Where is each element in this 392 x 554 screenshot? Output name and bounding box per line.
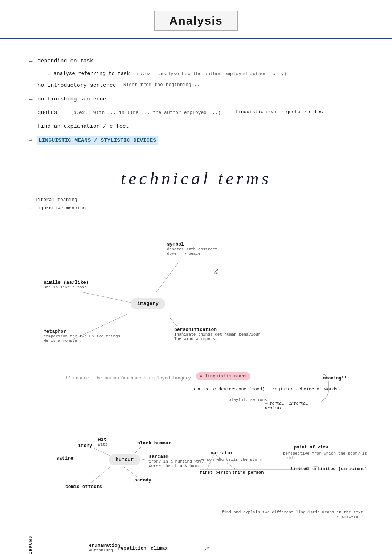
bullet-no-finish: → no finishing sentence — [29, 95, 370, 104]
arrow-icon: → — [29, 58, 33, 66]
black-humour-node: black humour — [137, 440, 171, 446]
comic-effects-node: comic effects — [65, 484, 102, 489]
title-box: Analysis — [154, 11, 238, 31]
formal-informal: → formal, informal, neutral — [265, 401, 310, 410]
svg-line-1 — [156, 263, 178, 292]
annotation-number: ↗ — [203, 545, 209, 553]
header-line-left — [22, 21, 147, 21]
imagery-mindmap: imagery simile (as/like) She is like a r… — [22, 220, 370, 423]
person-who-tells: person who tells the story — [200, 457, 262, 462]
humour-mindmap: humour irony wit Witz black humour satir… — [22, 430, 370, 503]
sub-bullet-analyse: ↳ analyse referring to task (p.ex.: anal… — [29, 71, 370, 77]
blue-divider — [0, 38, 392, 39]
arrow-icon-4: → — [29, 109, 33, 117]
arrow-icon-3: → — [29, 96, 33, 104]
irony-node: irony — [78, 443, 92, 448]
repetition-node: repetition — [118, 546, 146, 551]
others-mindmap: WIRKUNG find and explain two different l… — [22, 506, 370, 554]
tech-section: technical terms literal meaning figurati… — [0, 154, 392, 554]
climax-node: climax — [151, 546, 168, 551]
arrow-icon-5: → — [29, 123, 33, 131]
bullet-text-2: no introductory sentence — [38, 82, 116, 89]
third-person: third person — [232, 470, 264, 475]
literal-figurative-list: literal meaning figurative meaning — [22, 196, 370, 213]
header-line-right — [245, 21, 370, 21]
parody-node: parody — [134, 477, 151, 483]
svg-line-0 — [83, 292, 134, 303]
bullet-find: → find an explanation / effect — [29, 123, 370, 131]
enumaration-node: enumaration Aufzählung — [89, 543, 120, 553]
sarcasm-node: sarcasm Irony in a hurting way, worse th… — [149, 454, 204, 468]
limited-node: limited — [290, 467, 309, 472]
linguistic-highlight: LINGUISTIC MEANS / STYLISTIC DEVICES — [37, 136, 158, 145]
imagery-center: imagery — [131, 298, 165, 309]
svg-line-9 — [91, 467, 111, 483]
statistic-devices-node: statistic devices — [192, 387, 237, 392]
tone-mood-node: tone (mood) — [236, 387, 265, 392]
bullet-depending: → depending on task — [29, 57, 370, 66]
bullet-text-4: quotes ! (p.ex.: With ... in line ... th… — [38, 109, 221, 116]
satire-node: satire — [56, 456, 73, 461]
playful-serious: playful, serious — [229, 398, 267, 402]
bullets-section: → depending on task ↳ analyse referring … — [0, 50, 392, 154]
wirkung-label: WIRKUNG — [28, 535, 33, 554]
bullet-linguistic: ⇒ LINGUISTIC MEANS / STYLISTIC DEVICES — [29, 136, 370, 145]
arrow-icon-2: → — [29, 82, 33, 90]
pov-sub: perspective from which the story is told — [283, 451, 370, 460]
wit-node: wit Witz — [98, 437, 107, 447]
double-arrow-icon: ⇒ — [29, 136, 33, 145]
narrator-label: narrator — [211, 450, 233, 456]
personification-node: personification inanimate things get hum… — [174, 327, 261, 341]
literal-item: literal meaning — [29, 196, 370, 204]
unsure-note: if unsure: the author/authoress employed… — [65, 376, 193, 381]
metaphor-node: metaphor comparison for two unlike thing… — [44, 329, 120, 343]
tech-title: technical terms — [22, 168, 370, 188]
brace-svg — [319, 372, 334, 409]
simile-node: simile (as/like) She is like a rose. — [44, 280, 89, 290]
bullet-text: depending on task — [38, 57, 93, 65]
linguistic-means-node: = linguistic means — [196, 372, 250, 380]
sub-arrow-icon: ↳ — [47, 71, 50, 77]
page-title: Analysis — [169, 14, 223, 27]
unlimited-node: unlimited (omnicient) — [312, 467, 367, 472]
figurative-item: figurative meaning — [29, 204, 370, 212]
point-of-view: point of view — [294, 445, 328, 450]
symbol-node: symbol denotes smth abstract dove --> pe… — [167, 242, 217, 256]
bullet-text-5: find an explanation / effect — [38, 123, 129, 130]
svg-line-8 — [123, 467, 138, 477]
humour-center: humour — [109, 454, 140, 465]
number-4: 4 — [214, 267, 218, 276]
svg-line-5 — [134, 447, 142, 454]
page-header: Analysis — [0, 0, 392, 38]
sub-bullet-text: analyse referring to task (p.ex.: analys… — [54, 71, 287, 77]
find-explain-note: find and explain two different linguisti… — [222, 510, 363, 519]
bullet-no-intro: → no introductory sentence Right from th… — [29, 82, 370, 90]
first-person: first person — [200, 470, 231, 475]
bullet-quotes: → quotes ! (p.ex.: With ... in line ... … — [29, 109, 370, 117]
bullet-text-3: no finishing sentence — [38, 95, 106, 103]
